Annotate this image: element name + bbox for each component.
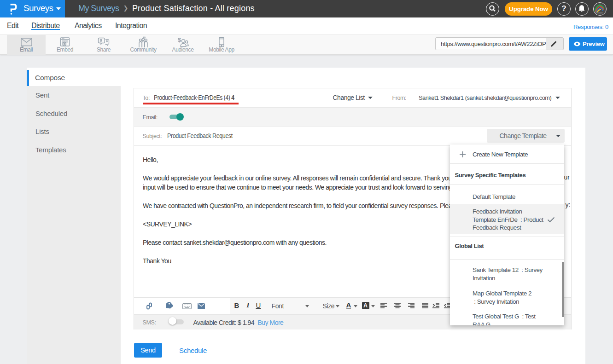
svg-text:$: $ bbox=[178, 36, 181, 43]
